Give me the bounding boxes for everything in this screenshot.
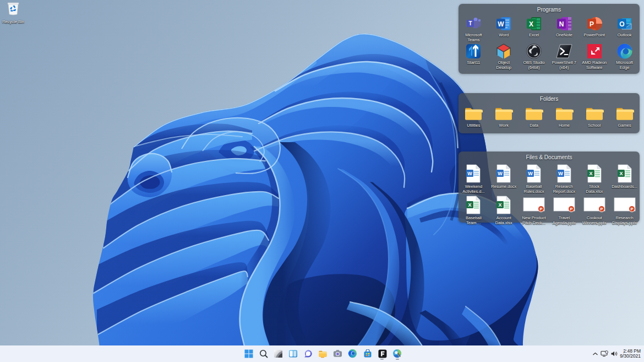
svg-text:X: X xyxy=(468,202,472,208)
svg-text:P: P xyxy=(600,207,603,212)
svg-text:P: P xyxy=(590,20,594,28)
svg-text:X: X xyxy=(499,202,502,208)
svg-text:W: W xyxy=(498,20,505,28)
svg-text:P: P xyxy=(630,207,633,212)
svg-text:O: O xyxy=(619,20,624,28)
svg-text:X: X xyxy=(529,20,533,28)
svg-text:W: W xyxy=(498,171,503,176)
svg-text:P: P xyxy=(540,207,543,212)
svg-text:T: T xyxy=(469,20,472,26)
svg-text:X: X xyxy=(619,171,623,176)
svg-text:X: X xyxy=(589,171,592,176)
svg-text:P: P xyxy=(570,207,572,212)
svg-text:W: W xyxy=(468,171,473,176)
svg-text:W: W xyxy=(558,171,563,176)
svg-text:N: N xyxy=(559,20,564,28)
svg-text:W: W xyxy=(528,171,533,176)
